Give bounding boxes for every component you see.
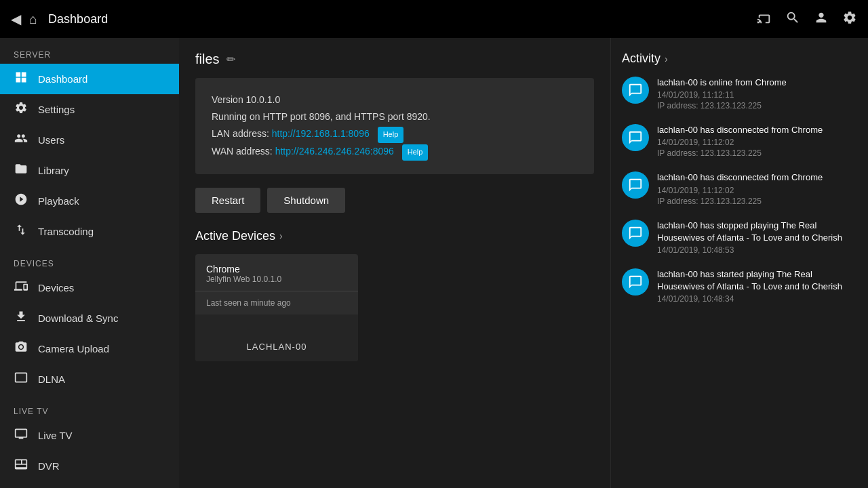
activity-avatar-3	[622, 220, 649, 247]
sidebar-server-label: Server	[0, 38, 179, 64]
lan-label: LAN address:	[212, 128, 269, 139]
activity-item-3: lachlan-00 has stopped playing The Real …	[622, 220, 857, 255]
sidebar-label-library: Library	[38, 165, 69, 176]
sidebar-label-transcoding: Transcoding	[38, 226, 94, 237]
lan-help-button[interactable]: Help	[378, 127, 404, 143]
activity-content-1: lachlan-00 has disconnected from Chrome …	[657, 124, 823, 158]
active-devices-chevron: ›	[279, 230, 283, 241]
topbar: ◀ ⌂ Dashboard	[0, 0, 868, 38]
device-name: Chrome	[206, 264, 347, 274]
wan-url[interactable]: http://246.246.246.246:8096	[275, 146, 394, 157]
edit-icon[interactable]: ✏	[226, 53, 235, 66]
gear-icon[interactable]	[842, 10, 857, 28]
lan-url[interactable]: http://192.168.1.1:8096	[272, 128, 370, 139]
activity-text-1: lachlan-00 has disconnected from Chrome	[657, 124, 823, 136]
sidebar-item-devices[interactable]: Devices	[0, 272, 179, 303]
panel-header: files ✏	[195, 52, 594, 67]
sidebar-devices-label: Devices	[0, 247, 179, 272]
user-icon[interactable]	[814, 10, 829, 28]
activity-text-4: lachlan-00 has started playing The Real …	[657, 268, 857, 293]
device-app: Jellyfin Web 10.0.1.0	[206, 274, 347, 284]
shutdown-button[interactable]: Shutdown	[267, 188, 345, 213]
home-icon[interactable]: ⌂	[29, 12, 37, 27]
activity-ip-1: IP address: 123.123.123.225	[657, 148, 823, 158]
activity-item-1: lachlan-00 has disconnected from Chrome …	[622, 124, 857, 158]
sidebar-item-live-tv[interactable]: Live TV	[0, 420, 179, 451]
sidebar-item-library[interactable]: Library	[0, 155, 179, 186]
activity-text-0: lachlan-00 is online from Chrome	[657, 77, 787, 89]
sidebar-item-settings[interactable]: Settings	[0, 94, 179, 125]
sidebar-expert-label: Expert	[0, 481, 179, 488]
active-devices-title: Active Devices	[195, 229, 275, 243]
topbar-title: Dashboard	[48, 12, 108, 26]
activity-avatar-1	[622, 124, 649, 151]
sidebar-item-transcoding[interactable]: Transcoding	[0, 216, 179, 247]
sidebar-label-playback: Playback	[38, 195, 79, 207]
dvr-icon	[14, 458, 28, 474]
device-label: LACHLAN-00	[206, 342, 347, 352]
activity-content-3: lachlan-00 has stopped playing The Real …	[657, 220, 857, 255]
main-panel: files ✏ Version 10.0.1.0 Running on HTTP…	[179, 38, 610, 488]
device-card-bottom: LACHLAN-00	[195, 314, 358, 361]
search-icon[interactable]	[785, 10, 800, 28]
activity-timestamp-3: 14/01/2019, 10:48:53	[657, 245, 857, 255]
activity-timestamp-1: 14/01/2019, 11:12:02	[657, 138, 823, 147]
sidebar-item-dvr[interactable]: DVR	[0, 451, 179, 481]
camera-icon	[14, 340, 28, 357]
sidebar-label-dvr: DVR	[38, 460, 60, 472]
panel-title: files	[195, 52, 220, 67]
settings-icon	[14, 101, 28, 118]
sidebar-item-playback[interactable]: Playback	[0, 186, 179, 216]
restart-button[interactable]: Restart	[195, 188, 260, 213]
running-row: Running on HTTP port 8096, and HTTPS por…	[212, 108, 578, 125]
activity-ip-2: IP address: 123.123.123.225	[657, 197, 823, 206]
activity-header[interactable]: Activity ›	[622, 52, 857, 66]
activity-avatar-2	[622, 171, 649, 199]
device-card[interactable]: Chrome Jellyfin Web 10.0.1.0 Last seen a…	[195, 254, 358, 361]
sidebar-label-settings: Settings	[38, 104, 75, 115]
activity-text-3: lachlan-00 has stopped playing The Real …	[657, 220, 857, 244]
cast-icon[interactable]	[757, 10, 772, 28]
wan-label: WAN address:	[212, 146, 273, 157]
sidebar-item-dashboard[interactable]: Dashboard	[0, 64, 179, 94]
sidebar-label-dlna: DLNA	[38, 373, 65, 385]
activity-content-2: lachlan-00 has disconnected from Chrome …	[657, 171, 823, 205]
action-buttons: Restart Shutdown	[195, 188, 594, 213]
activity-item-4: lachlan-00 has started playing The Real …	[622, 268, 857, 304]
active-devices-header[interactable]: Active Devices ›	[195, 229, 594, 243]
back-icon[interactable]: ◀	[11, 11, 21, 27]
content-area: files ✏ Version 10.0.1.0 Running on HTTP…	[179, 38, 868, 488]
activity-chevron: ›	[665, 54, 668, 64]
sidebar-label-download-sync: Download & Sync	[38, 312, 118, 324]
sidebar-item-camera-upload[interactable]: Camera Upload	[0, 333, 179, 364]
sidebar-item-dlna[interactable]: DLNA	[0, 364, 179, 394]
activity-title: Activity	[622, 52, 660, 66]
lan-row: LAN address: http://192.168.1.1:8096 Hel…	[212, 125, 578, 143]
device-lastseen: Last seen a minute ago	[195, 291, 358, 314]
wan-row: WAN address: http://246.246.246.246:8096…	[212, 143, 578, 161]
sidebar-livetv-label: Live TV	[0, 394, 179, 420]
sidebar-label-dashboard: Dashboard	[38, 73, 87, 85]
activity-text-2: lachlan-00 has disconnected from Chrome	[657, 171, 823, 184]
sidebar: Server Dashboard Settings Users Library	[0, 38, 179, 488]
playback-icon	[14, 192, 28, 209]
activity-item-0: lachlan-00 is online from Chrome 14/01/2…	[622, 77, 857, 110]
dashboard-icon	[14, 70, 28, 87]
sidebar-label-users: Users	[38, 134, 64, 146]
sidebar-item-users[interactable]: Users	[0, 125, 179, 155]
download-icon	[14, 310, 28, 327]
users-icon	[14, 131, 28, 148]
topbar-left: ◀ ⌂ Dashboard	[11, 11, 108, 27]
info-box: Version 10.0.1.0 Running on HTTP port 80…	[195, 78, 594, 174]
activity-item-2: lachlan-00 has disconnected from Chrome …	[622, 171, 857, 205]
livetv-icon	[14, 427, 28, 444]
activity-timestamp-0: 14/01/2019, 11:12:11	[657, 90, 787, 100]
sidebar-label-camera-upload: Camera Upload	[38, 343, 109, 354]
activity-timestamp-4: 14/01/2019, 10:48:34	[657, 294, 857, 304]
sidebar-item-download-sync[interactable]: Download & Sync	[0, 303, 179, 333]
topbar-icons	[757, 10, 857, 28]
version-row: Version 10.0.1.0	[212, 92, 578, 108]
wan-help-button[interactable]: Help	[402, 144, 429, 161]
library-icon	[14, 162, 28, 179]
transcoding-icon	[14, 223, 28, 240]
